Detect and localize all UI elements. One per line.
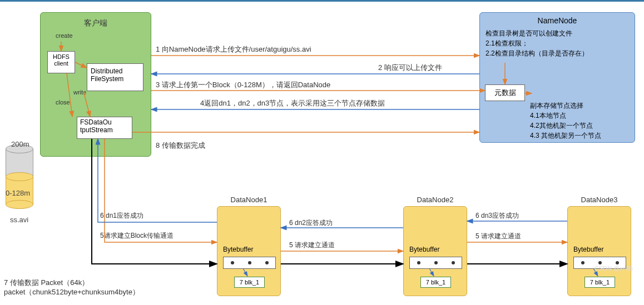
dn1-bytebuffer bbox=[223, 257, 276, 269]
datanode2-box: DataNode2 Bytebuffer 7 blk_1 bbox=[403, 206, 467, 296]
dn1-bytebuffer-label: Bytebuffer bbox=[223, 246, 253, 253]
lbl-128m: 0-128m bbox=[6, 189, 30, 197]
top-border bbox=[0, 0, 644, 2]
distributed-filesystem-box: Distributed FileSystem bbox=[87, 63, 143, 91]
arrow3-label: 3 请求上传第一个Block（0-128M），请返回DataNode bbox=[156, 80, 330, 90]
dn2-bytebuffer bbox=[409, 257, 462, 269]
arrow5-label: 5请求建立Block传输通道 bbox=[100, 231, 174, 241]
arrow6-label: 6 dn1应答成功 bbox=[100, 211, 143, 221]
disk-cylinder bbox=[6, 144, 33, 208]
namenode-title: NameNode bbox=[538, 16, 577, 25]
arrow8-label: 8 传输数据完成 bbox=[156, 141, 205, 151]
namenode-box: NameNode 检查目录树是否可以创建文件 2.1检查权限； 2.2检查目录结… bbox=[479, 12, 635, 143]
fsdata-output-stream-box: FSDataOu tputStream bbox=[77, 117, 132, 139]
dn1-blk: 7 blk_1 bbox=[234, 277, 265, 288]
arrow7-label: 7 传输数据 Packet（64k） packet（chunk512byte+c… bbox=[4, 278, 140, 297]
arrow5c-label: 5 请求建立通道 bbox=[475, 232, 521, 241]
dn1-title: DataNode1 bbox=[231, 196, 267, 204]
lbl-write: write bbox=[73, 89, 86, 96]
watermark: CSDN @xrl66 bbox=[595, 265, 633, 272]
namenode-replica: 副本存储节点选择 4.1本地节点 4.2其他机架一个节点 4.3 其他机架另一个… bbox=[530, 101, 601, 141]
client-title: 客户端 bbox=[84, 18, 107, 28]
dn2-blk: 7 blk_1 bbox=[420, 277, 451, 288]
dn2-title: DataNode2 bbox=[417, 196, 454, 204]
dn3-blk: 7 blk_1 bbox=[584, 277, 615, 288]
arrow4-label: 4返回dn1，dn2，dn3节点，表示采用这三个节点存储数据 bbox=[200, 98, 385, 108]
dn2-bytebuffer-label: Bytebuffer bbox=[409, 246, 439, 253]
arrow6c-label: 6 dn3应答成功 bbox=[475, 211, 519, 221]
arrow2-label: 2 响应可以上传文件 bbox=[378, 63, 442, 73]
datanode1-box: DataNode1 Bytebuffer 7 blk_1 bbox=[217, 206, 281, 296]
lbl-ssavi: ss.avi bbox=[10, 216, 28, 224]
lbl-create: create bbox=[56, 32, 73, 39]
datanode3-box: DataNode3 Bytebuffer 7 blk_1 bbox=[567, 206, 631, 296]
dn3-title: DataNode3 bbox=[581, 196, 618, 204]
arrow5b-label: 5 请求建立通道 bbox=[289, 241, 335, 250]
lbl-200m: 200m bbox=[11, 140, 29, 148]
arrow6b-label: 6 dn2应答成功 bbox=[289, 218, 333, 228]
arrow1-label: 1 向NameNode请求上传文件/user/atguigu/ss.avi bbox=[156, 44, 311, 54]
dn3-bytebuffer-label: Bytebuffer bbox=[573, 246, 603, 253]
namenode-check: 检查目录树是否可以创建文件 2.1检查权限； 2.2检查目录结构（目录是否存在） bbox=[486, 28, 588, 58]
metadata-box: 元数据 bbox=[485, 84, 525, 101]
lbl-close: close bbox=[56, 99, 70, 106]
hdfs-client-box: HDFS client bbox=[47, 51, 75, 73]
